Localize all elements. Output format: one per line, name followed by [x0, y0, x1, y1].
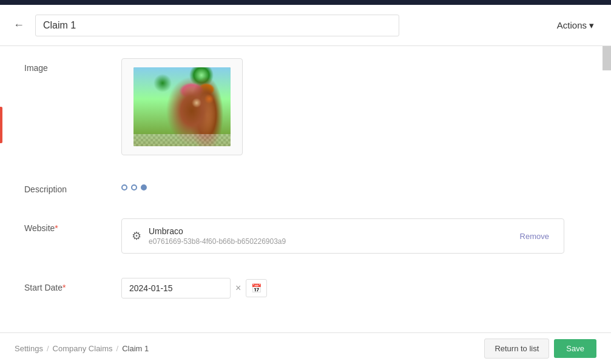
- website-name: Umbraco: [149, 226, 515, 236]
- website-row: Website* ⚙ Umbraco e0761669-53b8-4f60-b6…: [24, 218, 564, 258]
- breadcrumb-company-claims[interactable]: Company Claims: [53, 344, 113, 353]
- description-label: Description: [24, 180, 121, 194]
- form-area: Image Description: [0, 46, 589, 332]
- start-date-row: Start Date* × 📅: [24, 278, 564, 303]
- start-date-field: × 📅: [121, 278, 564, 298]
- start-date-input[interactable]: [121, 278, 231, 298]
- website-field: ⚙ Umbraco e0761669-53b8-4f60-b66b-b65022…: [121, 218, 564, 254]
- breadcrumb-current: Claim 1: [122, 344, 149, 353]
- red-accent: [0, 107, 2, 143]
- return-to-list-button[interactable]: Return to list: [484, 339, 549, 359]
- description-row: Description: [24, 180, 564, 199]
- website-icon: ⚙: [132, 229, 141, 243]
- website-info: Umbraco e0761669-53b8-4f60-b66b-b6502269…: [149, 226, 515, 246]
- actions-label: Actions: [557, 20, 587, 30]
- dot-3: [141, 184, 147, 190]
- actions-chevron-icon: ▾: [589, 20, 594, 31]
- breadcrumb-sep-1: /: [47, 344, 49, 353]
- title-bar: ← Actions ▾: [0, 5, 611, 46]
- breadcrumb: Settings / Company Claims / Claim 1: [15, 344, 149, 353]
- image-container[interactable]: [121, 58, 243, 155]
- dot-1: [121, 184, 127, 190]
- dot-2: [131, 184, 137, 190]
- footer: Settings / Company Claims / Claim 1 Retu…: [0, 332, 611, 364]
- image-row: Image: [24, 58, 564, 160]
- header-bar: [0, 0, 611, 5]
- image-preview: [133, 67, 231, 146]
- save-button[interactable]: Save: [554, 339, 596, 358]
- start-date-label: Start Date*: [24, 278, 121, 292]
- actions-button[interactable]: Actions ▾: [550, 15, 601, 36]
- website-label: Website*: [24, 218, 121, 233]
- scroll-indicator-top[interactable]: [603, 46, 611, 70]
- checkerboard: [133, 134, 231, 146]
- footer-actions: Return to list Save: [484, 339, 596, 359]
- date-clear-button[interactable]: ×: [233, 280, 243, 296]
- website-required-marker: *: [55, 223, 58, 233]
- anime-image: [133, 67, 231, 146]
- start-date-required-marker: *: [62, 283, 66, 292]
- back-icon: ←: [13, 19, 24, 32]
- date-picker-button[interactable]: 📅: [246, 279, 267, 297]
- page-title-input[interactable]: [35, 15, 399, 36]
- date-field: × 📅: [121, 278, 564, 298]
- remove-website-button[interactable]: Remove: [515, 229, 554, 243]
- main-content: Image Description: [0, 46, 611, 332]
- website-field-container: ⚙ Umbraco e0761669-53b8-4f60-b66b-b65022…: [121, 218, 564, 254]
- breadcrumb-settings[interactable]: Settings: [15, 344, 43, 353]
- website-id: e0761669-53b8-4f60-b66b-b650226903a9: [149, 237, 515, 246]
- calendar-icon: 📅: [251, 283, 262, 293]
- image-field: [121, 58, 564, 155]
- image-label: Image: [24, 58, 121, 73]
- breadcrumb-sep-2: /: [116, 344, 119, 353]
- back-button[interactable]: ←: [10, 15, 28, 35]
- description-field: [121, 180, 564, 190]
- description-dots: [121, 184, 564, 190]
